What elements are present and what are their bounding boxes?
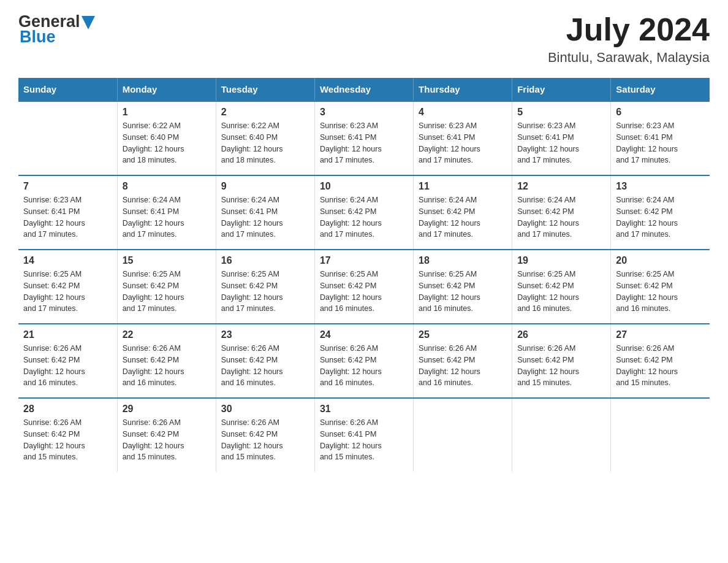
day-info: Sunrise: 6:25 AM Sunset: 6:42 PM Dayligh…	[320, 269, 408, 315]
calendar-week-row: 1Sunrise: 6:22 AM Sunset: 6:40 PM Daylig…	[18, 101, 710, 175]
table-row: 23Sunrise: 6:26 AM Sunset: 6:42 PM Dayli…	[216, 324, 314, 398]
table-row: 20Sunrise: 6:25 AM Sunset: 6:42 PM Dayli…	[611, 250, 710, 324]
day-info: Sunrise: 6:24 AM Sunset: 6:42 PM Dayligh…	[616, 194, 705, 240]
table-row: 10Sunrise: 6:24 AM Sunset: 6:42 PM Dayli…	[314, 175, 413, 250]
day-number: 29	[123, 404, 211, 415]
table-row: 17Sunrise: 6:25 AM Sunset: 6:42 PM Dayli…	[314, 250, 413, 324]
col-tuesday: Tuesday	[216, 78, 314, 101]
page-title: July 2024	[548, 12, 710, 47]
day-number: 13	[616, 181, 705, 192]
table-row: 26Sunrise: 6:26 AM Sunset: 6:42 PM Dayli…	[512, 324, 611, 398]
calendar-week-row: 14Sunrise: 6:25 AM Sunset: 6:42 PM Dayli…	[18, 250, 710, 324]
title-block: July 2024 Bintulu, Sarawak, Malaysia	[548, 12, 710, 66]
calendar-header-row: Sunday Monday Tuesday Wednesday Thursday…	[18, 78, 710, 101]
day-info: Sunrise: 6:25 AM Sunset: 6:42 PM Dayligh…	[221, 269, 309, 315]
table-row: 1Sunrise: 6:22 AM Sunset: 6:40 PM Daylig…	[117, 101, 216, 175]
day-number: 23	[221, 329, 309, 340]
col-wednesday: Wednesday	[314, 78, 413, 101]
table-row: 6Sunrise: 6:23 AM Sunset: 6:41 PM Daylig…	[611, 101, 710, 175]
day-info: Sunrise: 6:25 AM Sunset: 6:42 PM Dayligh…	[517, 269, 605, 315]
day-number: 6	[616, 107, 705, 118]
day-info: Sunrise: 6:23 AM Sunset: 6:41 PM Dayligh…	[419, 120, 507, 166]
day-info: Sunrise: 6:26 AM Sunset: 6:42 PM Dayligh…	[419, 343, 507, 389]
table-row: 21Sunrise: 6:26 AM Sunset: 6:42 PM Dayli…	[18, 324, 117, 398]
day-number: 27	[616, 329, 705, 340]
col-monday: Monday	[117, 78, 216, 101]
table-row: 9Sunrise: 6:24 AM Sunset: 6:41 PM Daylig…	[216, 175, 314, 250]
table-row: 19Sunrise: 6:25 AM Sunset: 6:42 PM Dayli…	[512, 250, 611, 324]
day-number: 18	[419, 255, 507, 266]
day-number: 15	[123, 255, 211, 266]
day-info: Sunrise: 6:26 AM Sunset: 6:42 PM Dayligh…	[123, 417, 211, 463]
table-row: 25Sunrise: 6:26 AM Sunset: 6:42 PM Dayli…	[414, 324, 512, 398]
day-info: Sunrise: 6:26 AM Sunset: 6:42 PM Dayligh…	[616, 343, 705, 389]
table-row: 14Sunrise: 6:25 AM Sunset: 6:42 PM Dayli…	[18, 250, 117, 324]
day-number: 8	[123, 181, 211, 192]
table-row: 15Sunrise: 6:25 AM Sunset: 6:42 PM Dayli…	[117, 250, 216, 324]
day-number: 5	[517, 107, 605, 118]
calendar-table: Sunday Monday Tuesday Wednesday Thursday…	[18, 78, 710, 472]
day-number: 31	[320, 404, 408, 415]
day-info: Sunrise: 6:26 AM Sunset: 6:42 PM Dayligh…	[123, 343, 211, 389]
day-info: Sunrise: 6:24 AM Sunset: 6:42 PM Dayligh…	[419, 194, 507, 240]
table-row: 13Sunrise: 6:24 AM Sunset: 6:42 PM Dayli…	[611, 175, 710, 250]
day-number: 10	[320, 181, 408, 192]
day-info: Sunrise: 6:26 AM Sunset: 6:42 PM Dayligh…	[320, 343, 408, 389]
day-info: Sunrise: 6:26 AM Sunset: 6:41 PM Dayligh…	[320, 417, 408, 463]
day-number: 1	[123, 107, 211, 118]
calendar-week-row: 21Sunrise: 6:26 AM Sunset: 6:42 PM Dayli…	[18, 324, 710, 398]
table-row	[512, 398, 611, 472]
day-info: Sunrise: 6:26 AM Sunset: 6:42 PM Dayligh…	[23, 343, 112, 389]
table-row: 31Sunrise: 6:26 AM Sunset: 6:41 PM Dayli…	[314, 398, 413, 472]
day-number: 20	[616, 255, 705, 266]
table-row: 22Sunrise: 6:26 AM Sunset: 6:42 PM Dayli…	[117, 324, 216, 398]
col-saturday: Saturday	[611, 78, 710, 101]
logo: General Blue	[18, 12, 95, 47]
svg-marker-0	[82, 16, 95, 29]
day-info: Sunrise: 6:26 AM Sunset: 6:42 PM Dayligh…	[221, 417, 309, 463]
table-row: 24Sunrise: 6:26 AM Sunset: 6:42 PM Dayli…	[314, 324, 413, 398]
table-row: 16Sunrise: 6:25 AM Sunset: 6:42 PM Dayli…	[216, 250, 314, 324]
col-thursday: Thursday	[414, 78, 512, 101]
day-info: Sunrise: 6:24 AM Sunset: 6:41 PM Dayligh…	[221, 194, 309, 240]
page-header: General Blue July 2024 Bintulu, Sarawak,…	[18, 12, 710, 66]
table-row: 11Sunrise: 6:24 AM Sunset: 6:42 PM Dayli…	[414, 175, 512, 250]
day-info: Sunrise: 6:23 AM Sunset: 6:41 PM Dayligh…	[517, 120, 605, 166]
day-number: 7	[23, 181, 112, 192]
table-row: 29Sunrise: 6:26 AM Sunset: 6:42 PM Dayli…	[117, 398, 216, 472]
day-info: Sunrise: 6:23 AM Sunset: 6:41 PM Dayligh…	[616, 120, 705, 166]
day-number: 17	[320, 255, 408, 266]
table-row: 27Sunrise: 6:26 AM Sunset: 6:42 PM Dayli…	[611, 324, 710, 398]
day-info: Sunrise: 6:26 AM Sunset: 6:42 PM Dayligh…	[221, 343, 309, 389]
day-number: 21	[23, 329, 112, 340]
day-info: Sunrise: 6:23 AM Sunset: 6:41 PM Dayligh…	[23, 194, 112, 240]
day-info: Sunrise: 6:23 AM Sunset: 6:41 PM Dayligh…	[320, 120, 408, 166]
day-info: Sunrise: 6:24 AM Sunset: 6:42 PM Dayligh…	[517, 194, 605, 240]
table-row	[611, 398, 710, 472]
day-info: Sunrise: 6:26 AM Sunset: 6:42 PM Dayligh…	[517, 343, 605, 389]
day-number: 4	[419, 107, 507, 118]
day-info: Sunrise: 6:25 AM Sunset: 6:42 PM Dayligh…	[23, 269, 112, 315]
table-row: 8Sunrise: 6:24 AM Sunset: 6:41 PM Daylig…	[117, 175, 216, 250]
col-friday: Friday	[512, 78, 611, 101]
day-number: 28	[23, 404, 112, 415]
col-sunday: Sunday	[18, 78, 117, 101]
table-row	[414, 398, 512, 472]
table-row: 30Sunrise: 6:26 AM Sunset: 6:42 PM Dayli…	[216, 398, 314, 472]
page-subtitle: Bintulu, Sarawak, Malaysia	[548, 50, 710, 66]
day-info: Sunrise: 6:25 AM Sunset: 6:42 PM Dayligh…	[419, 269, 507, 315]
logo-blue-text: Blue	[20, 28, 56, 47]
day-info: Sunrise: 6:22 AM Sunset: 6:40 PM Dayligh…	[221, 120, 309, 166]
day-info: Sunrise: 6:25 AM Sunset: 6:42 PM Dayligh…	[123, 269, 211, 315]
day-number: 19	[517, 255, 605, 266]
day-number: 25	[419, 329, 507, 340]
table-row: 7Sunrise: 6:23 AM Sunset: 6:41 PM Daylig…	[18, 175, 117, 250]
day-number: 11	[419, 181, 507, 192]
day-number: 22	[123, 329, 211, 340]
day-number: 12	[517, 181, 605, 192]
day-number: 9	[221, 181, 309, 192]
day-info: Sunrise: 6:24 AM Sunset: 6:41 PM Dayligh…	[123, 194, 211, 240]
table-row	[18, 101, 117, 175]
calendar-week-row: 7Sunrise: 6:23 AM Sunset: 6:41 PM Daylig…	[18, 175, 710, 250]
day-number: 24	[320, 329, 408, 340]
